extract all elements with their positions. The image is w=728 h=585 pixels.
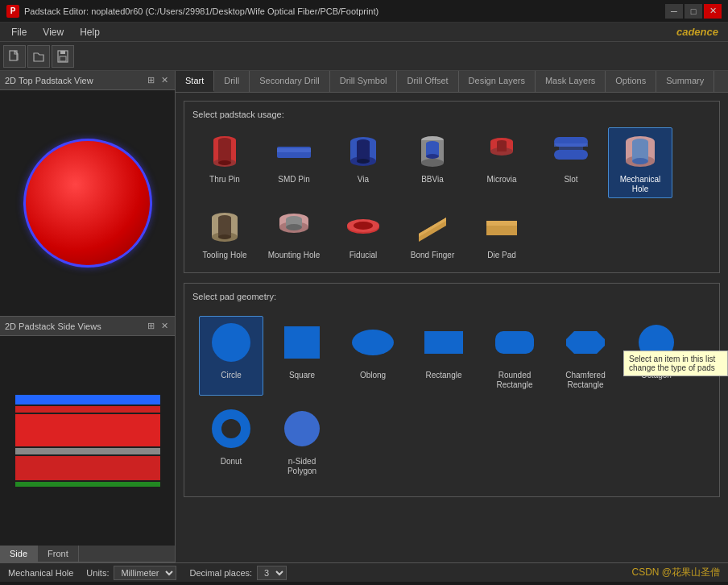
tab-drill[interactable]: Drill [214, 71, 250, 92]
layer-blue [15, 395, 160, 405]
top-view-close[interactable]: ✕ [159, 75, 170, 85]
tab-drill-offset[interactable]: Drill Offset [397, 71, 458, 92]
usage-bond-finger[interactable]: Bond Finger [400, 203, 465, 264]
svg-rect-60 [424, 331, 463, 354]
usage-mechanical-hole[interactable]: Mechanical Hole [608, 127, 672, 198]
minimize-button[interactable]: ─ [665, 4, 683, 19]
window-controls: ─ □ ✕ [665, 4, 722, 19]
usage-fiducial[interactable]: Fiducial [331, 203, 395, 264]
usage-bbvia[interactable]: BBVia [400, 127, 465, 198]
mounting-hole-icon [268, 207, 320, 247]
usage-microvia[interactable]: Microvia [469, 127, 534, 198]
via-label: Via [358, 175, 369, 185]
rectangle-label: Rectangle [425, 371, 461, 380]
usage-smd-pin[interactable]: SMD Pin [262, 127, 326, 198]
slot-label: Slot [564, 175, 577, 185]
via-icon [337, 131, 389, 172]
circle-shape [209, 322, 254, 366]
units-label: Units: Millimeter Inch Mil [86, 566, 176, 580]
top-view-header: 2D Top Padstack View ⊞ ✕ [0, 71, 175, 90]
geom-rounded-rectangle[interactable]: Rounded Rectangle [482, 316, 547, 396]
side-view-title: 2D Padstack Side Views [5, 322, 101, 331]
bond-finger-icon [407, 207, 458, 247]
tab-bar: Start Drill Secondary Drill Drill Symbol… [176, 71, 728, 93]
rounded-rectangle-shape [492, 322, 537, 366]
geom-donut[interactable]: Donut [199, 402, 263, 482]
tab-secondary-drill[interactable]: Secondary Drill [250, 71, 330, 92]
geom-chamfered-rectangle[interactable]: Chamfered Rectangle [553, 316, 618, 396]
geom-rectangle[interactable]: Rectangle [412, 316, 476, 396]
tab-mask-layers[interactable]: Mask Layers [536, 71, 606, 92]
maximize-button[interactable]: □ [685, 4, 702, 19]
right-panel: Start Drill Secondary Drill Drill Symbol… [176, 71, 728, 562]
svg-rect-12 [277, 148, 311, 152]
microvia-icon [476, 131, 527, 172]
side-view-restore[interactable]: ⊞ [146, 321, 156, 331]
menubar: File View Help cadence [0, 23, 728, 42]
rectangle-shape [421, 322, 466, 366]
svg-rect-9 [218, 140, 231, 163]
svg-rect-61 [495, 331, 534, 354]
tab-design-layers[interactable]: Design Layers [459, 71, 536, 92]
new-button[interactable] [3, 45, 26, 68]
geom-n-sided-polygon[interactable]: n-Sided Polygon [270, 402, 334, 482]
thru-pin-label: Thru Pin [209, 175, 240, 185]
layer-red-top [15, 406, 160, 413]
units-select[interactable]: Millimeter Inch Mil [114, 566, 176, 580]
tab-start[interactable]: Start [176, 71, 214, 92]
circle-label: Circle [221, 371, 242, 380]
donut-shape [209, 408, 254, 452]
menu-help[interactable]: Help [72, 25, 108, 39]
open-button[interactable] [27, 45, 50, 68]
fiducial-label: Fiducial [350, 251, 377, 260]
watermark: CSDN @花果山圣僧 [631, 566, 720, 579]
svg-point-57 [212, 323, 250, 362]
geom-oblong[interactable]: Oblong [341, 316, 405, 396]
svg-rect-17 [357, 142, 370, 161]
square-shape [279, 322, 325, 366]
side-view-close[interactable]: ✕ [159, 321, 170, 331]
slot-icon [545, 131, 597, 172]
n-sided-polygon-shape [279, 408, 325, 452]
top-padstack-view-panel: 2D Top Padstack View ⊞ ✕ [0, 71, 175, 317]
decimal-label: Decimal places: 3 2 4 [189, 566, 287, 580]
geom-circle[interactable]: Circle [199, 316, 263, 396]
toolbar [0, 42, 728, 71]
tab-options[interactable]: Options [606, 71, 656, 92]
geom-square[interactable]: Square [270, 316, 334, 396]
thru-pin-icon [199, 131, 250, 172]
cadence-logo: cadence [676, 26, 725, 38]
tab-drill-symbol[interactable]: Drill Symbol [330, 71, 398, 92]
svg-point-10 [218, 160, 231, 165]
tab-summary[interactable]: Summary [656, 71, 714, 92]
svg-point-39 [632, 158, 648, 164]
tooling-hole-icon [199, 207, 250, 247]
chamfered-rectangle-shape [563, 322, 608, 366]
oblong-shape [350, 322, 395, 366]
pad-circle-preview [23, 139, 152, 268]
save-button[interactable] [52, 45, 74, 68]
svg-point-45 [218, 234, 231, 239]
menu-view[interactable]: View [35, 25, 72, 39]
usage-die-pad[interactable]: Die Pad [469, 203, 534, 264]
die-pad-label: Die Pad [487, 251, 516, 260]
tab-front[interactable]: Front [38, 546, 79, 562]
layer-green [15, 482, 160, 487]
usage-thru-pin[interactable]: Thru Pin [192, 127, 257, 198]
top-view-restore[interactable]: ⊞ [146, 75, 156, 85]
usage-slot[interactable]: Slot [539, 127, 603, 198]
mechanical-hole-icon [614, 131, 666, 172]
svg-marker-62 [566, 331, 605, 354]
usage-tooling-hole[interactable]: Tooling Hole [192, 203, 257, 264]
decimal-select[interactable]: 3 2 4 [257, 566, 287, 580]
menu-file[interactable]: File [3, 25, 35, 39]
oblong-label: Oblong [360, 371, 386, 380]
tab-side[interactable]: Side [0, 546, 38, 562]
chamfered-rectangle-label: Chamfered Rectangle [557, 371, 614, 390]
left-panel: 2D Top Padstack View ⊞ ✕ 2D Padstack Sid… [0, 71, 176, 562]
usage-mounting-hole[interactable]: Mounting Hole [262, 203, 326, 264]
close-button[interactable]: ✕ [704, 4, 722, 19]
svg-rect-33 [554, 143, 588, 147]
window-title: Padstack Editor: noplated0r60 (C:/Users/… [24, 6, 665, 16]
usage-via[interactable]: Via [331, 127, 395, 198]
